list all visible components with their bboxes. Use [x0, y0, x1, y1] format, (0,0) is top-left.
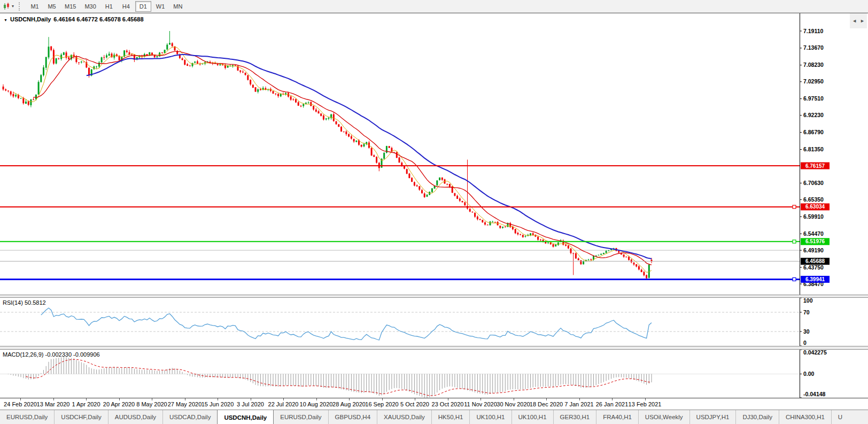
svg-text:70: 70	[803, 309, 810, 315]
horizontal-level-line[interactable]	[0, 240, 800, 243]
rsi-axis[interactable]: 10070300	[800, 298, 813, 346]
time-axis-label: 24 Feb 2020	[4, 401, 37, 407]
svg-text:7.19110: 7.19110	[803, 28, 824, 34]
svg-text:6.49190: 6.49190	[803, 247, 824, 253]
time-axis-label: 3 Jul 2020	[237, 401, 264, 407]
time-axis-tick	[251, 398, 251, 400]
chart-tab-usdjpy-h1[interactable]: USDJPY,H1	[689, 410, 736, 424]
svg-text:0.042275: 0.042275	[803, 350, 827, 356]
ma-slow-blue-line	[87, 55, 652, 259]
time-axis-tick	[349, 398, 350, 400]
timeframe-button-h4[interactable]: H4	[118, 1, 134, 12]
svg-text:6.51976: 6.51976	[805, 238, 825, 244]
time-axis-label: 26 Jan 2021	[596, 401, 629, 407]
svg-text:30: 30	[803, 328, 810, 335]
price-chart-canvas[interactable]: 7.191107.136707.082307.029506.975106.922…	[0, 13, 868, 295]
chart-type-button[interactable]: ▾	[0, 1, 16, 12]
rsi-pane[interactable]: 10070300 RSI(14) 50.5812	[0, 298, 868, 346]
timeframe-button-d1[interactable]: D1	[135, 1, 151, 12]
time-axis-tick	[514, 398, 514, 400]
chart-tab-xauusd-daily[interactable]: XAUUSD,Daily	[377, 410, 431, 424]
time-axis-label: 15 Jun 2020	[201, 401, 234, 407]
chart-tab-eurusd-daily[interactable]: EURUSD,Daily	[274, 410, 328, 424]
time-axis-label: 13 Mar 2020	[37, 401, 70, 407]
chart-tab-u[interactable]: U	[831, 410, 849, 424]
time-axis-label: 18 Dec 2020	[530, 401, 563, 407]
mt4-app-window: ▾ M1M5M15M30H1H4D1W1MN 7.191107.136707.0…	[0, 0, 868, 424]
chart-tab-usoil-weekly[interactable]: USOil,Weekly	[638, 410, 689, 424]
svg-text:7.08230: 7.08230	[803, 61, 824, 68]
time-axis-tick	[382, 398, 383, 400]
time-axis-label: 30 Nov 2020	[497, 401, 530, 407]
chart-tab-usdcad-daily[interactable]: USDCAD,Daily	[162, 410, 217, 424]
time-axis-tick	[579, 398, 580, 400]
tab-scroll-right-icon[interactable]: ►	[860, 18, 865, 24]
timeframe-button-m15[interactable]: M15	[61, 1, 80, 12]
timeframe-button-h1[interactable]: H1	[101, 1, 117, 12]
chart-window: 7.191107.136707.082307.029506.975106.922…	[0, 13, 868, 424]
chart-tab-usdchf-daily[interactable]: USDCHF,Daily	[54, 410, 107, 424]
time-axis-label: 8 May 2020	[136, 401, 167, 407]
pane-separator-2[interactable]	[0, 346, 868, 350]
chart-tab-usdcnh-daily[interactable]: USDCNH,Daily	[217, 410, 274, 424]
ma-fast-yellow-line	[13, 47, 652, 273]
time-axis[interactable]: 24 Feb 202013 Mar 20201 Apr 202020 Apr 2…	[0, 398, 868, 410]
time-axis-label: 13 Feb 2021	[629, 401, 662, 407]
svg-text:100: 100	[803, 298, 813, 304]
price-pane[interactable]: 7.191107.136707.082307.029506.975106.922…	[0, 13, 868, 295]
horizontal-level-line[interactable]	[0, 277, 800, 281]
chart-tab-china300-h1[interactable]: CHINA300,H1	[779, 410, 831, 424]
time-axis-tick	[53, 398, 54, 400]
svg-text:7.13670: 7.13670	[803, 44, 824, 51]
candlestick-chart-icon	[3, 3, 11, 10]
rsi-chart-svg[interactable]: 10070300	[0, 298, 868, 346]
chart-tab-gbpusd-h4[interactable]: GBPUSD,H4	[328, 410, 377, 424]
timeframe-button-m30[interactable]: M30	[81, 1, 99, 12]
chart-tab-fra40-h1[interactable]: FRA40,H1	[596, 410, 638, 424]
svg-text:6.86790: 6.86790	[803, 129, 824, 135]
tab-scroll-left-icon[interactable]: ◄	[852, 18, 857, 24]
time-axis-label: 20 Apr 2020	[103, 401, 135, 407]
timeframe-button-m1[interactable]: M1	[27, 1, 43, 12]
timeframe-button-m5[interactable]: M5	[44, 1, 60, 12]
time-axis-tick	[415, 398, 415, 400]
chart-tab-audusd-daily[interactable]: AUDUSD,Daily	[108, 410, 162, 424]
svg-text:-0.04148: -0.04148	[803, 391, 826, 397]
time-axis-tick	[218, 398, 218, 400]
time-axis-label: 1 Apr 2020	[72, 401, 100, 407]
time-axis-label: 7 Jan 2021	[564, 401, 593, 407]
macd-pane[interactable]: 0.0422750.00-0.04148 MACD(12,26,9) -0.00…	[0, 350, 868, 398]
chart-tab-dj30-daily[interactable]: DJ30,Daily	[735, 410, 779, 424]
horizontal-level-line[interactable]	[0, 205, 800, 209]
rsi-chart-canvas[interactable]: 10070300	[0, 298, 868, 346]
chart-tab-eurusd-daily[interactable]: EURUSD,Daily	[0, 410, 54, 424]
time-axis-label: 27 May 2020	[168, 401, 202, 407]
macd-histogram	[8, 357, 652, 398]
macd-chart-canvas[interactable]: 0.0422750.00-0.04148	[0, 350, 868, 398]
time-axis-label: 11 Nov 2020	[464, 401, 497, 407]
chart-type-caret-icon: ▾	[12, 4, 14, 9]
svg-text:6.65350: 6.65350	[803, 196, 824, 203]
chart-tab-uk100-h1[interactable]: UK100,H1	[511, 410, 553, 424]
time-axis-tick	[645, 398, 646, 400]
toolbar-grip[interactable]	[19, 2, 22, 11]
time-axis-label: 5 Oct 2020	[400, 401, 429, 407]
macd-chart-svg[interactable]: 0.0422750.00-0.04148	[0, 350, 868, 398]
timeframe-buttons: M1M5M15M30H1H4D1W1MN	[26, 1, 187, 12]
time-axis-tick	[448, 398, 448, 400]
time-axis-tick	[20, 398, 21, 400]
svg-text:6.39941: 6.39941	[805, 276, 825, 282]
chart-tab-ger30-h1[interactable]: GER30,H1	[553, 410, 596, 424]
chart-tab-uk100-h1[interactable]: UK100,H1	[469, 410, 511, 424]
time-axis-label: 23 Oct 2020	[432, 401, 464, 407]
macd-axis[interactable]: 0.0422750.00-0.04148	[800, 350, 827, 398]
time-axis-tick	[86, 398, 87, 400]
time-axis-tick	[119, 398, 120, 400]
price-axis[interactable]: 7.191107.136707.082307.029506.975106.922…	[800, 13, 830, 295]
price-chart-svg[interactable]: 7.191107.136707.082307.029506.975106.922…	[0, 13, 868, 295]
time-axis-tick	[152, 398, 152, 400]
time-axis-tick	[316, 398, 317, 400]
timeframe-button-mn[interactable]: MN	[169, 1, 186, 12]
timeframe-button-w1[interactable]: W1	[152, 1, 169, 12]
chart-tab-hk50-h1[interactable]: HK50,H1	[431, 410, 470, 424]
